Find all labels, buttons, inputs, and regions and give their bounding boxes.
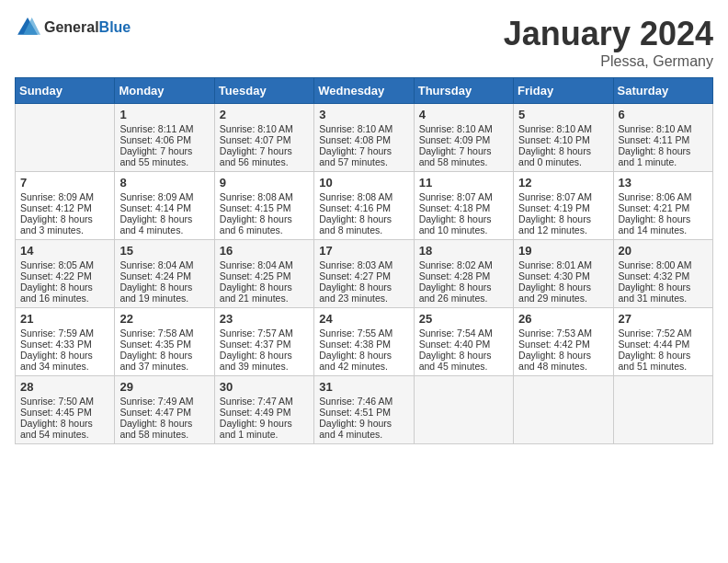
day-info-line: Sunrise: 8:01 AM: [518, 259, 608, 270]
calendar-cell: [16, 104, 115, 172]
day-info-line: Sunrise: 8:08 AM: [220, 191, 309, 202]
calendar-cell: 31Sunrise: 7:46 AMSunset: 4:51 PMDayligh…: [314, 376, 414, 444]
calendar-cell: 24Sunrise: 7:55 AMSunset: 4:38 PMDayligh…: [314, 308, 414, 376]
day-info-line: Sunrise: 8:09 AM: [119, 191, 209, 202]
day-info-line: Sunset: 4:42 PM: [518, 339, 608, 350]
day-info-line: and 31 minutes.: [619, 293, 708, 304]
day-info-line: and 19 minutes.: [119, 293, 209, 304]
day-info-line: Daylight: 8 hours: [319, 282, 408, 293]
day-info-line: and 51 minutes.: [619, 361, 708, 372]
day-info-line: Sunset: 4:49 PM: [220, 407, 309, 418]
day-info-line: Daylight: 8 hours: [419, 350, 508, 361]
day-info-line: Sunrise: 7:59 AM: [20, 327, 109, 339]
day-info-line: Sunset: 4:47 PM: [119, 407, 209, 418]
day-number: 31: [319, 380, 408, 394]
calendar-table: SundayMondayTuesdayWednesdayThursdayFrid…: [15, 77, 713, 444]
day-info-line: Sunset: 4:45 PM: [20, 407, 109, 418]
day-info-line: Sunrise: 7:49 AM: [119, 396, 209, 407]
day-info-line: Sunrise: 8:10 AM: [419, 123, 508, 134]
day-number: 27: [619, 312, 708, 326]
location-title: Plessa, Germany: [504, 53, 713, 70]
day-info-line: Daylight: 8 hours: [518, 282, 608, 293]
calendar-cell: 16Sunrise: 8:04 AMSunset: 4:25 PMDayligh…: [214, 240, 313, 308]
day-info-line: Daylight: 8 hours: [518, 350, 608, 361]
day-info-line: and 8 minutes.: [319, 224, 408, 236]
calendar-cell: 9Sunrise: 8:08 AMSunset: 4:15 PMDaylight…: [214, 172, 313, 240]
day-info-line: Sunset: 4:16 PM: [319, 202, 408, 213]
day-info-line: Sunrise: 7:54 AM: [419, 327, 508, 339]
day-info-line: Daylight: 8 hours: [619, 350, 708, 361]
day-info-line: Sunset: 4:38 PM: [319, 339, 408, 350]
calendar-cell: 13Sunrise: 8:06 AMSunset: 4:21 PMDayligh…: [613, 172, 712, 240]
calendar-cell: 6Sunrise: 8:10 AMSunset: 4:11 PMDaylight…: [613, 104, 712, 172]
day-info-line: Sunrise: 8:07 AM: [419, 191, 508, 202]
day-info-line: Daylight: 8 hours: [20, 282, 109, 293]
day-number: 22: [119, 312, 209, 326]
logo-text-general: General: [44, 19, 99, 35]
day-number: 26: [518, 312, 608, 326]
day-info-line: Daylight: 8 hours: [419, 213, 508, 224]
day-info-line: Sunset: 4:08 PM: [319, 134, 408, 145]
day-info-line: and 56 minutes.: [220, 156, 309, 167]
day-info-line: Sunrise: 7:46 AM: [319, 396, 408, 407]
day-info-line: Sunset: 4:22 PM: [20, 270, 109, 282]
logo-text-blue: Blue: [99, 19, 131, 35]
day-info-line: Daylight: 9 hours: [220, 418, 309, 429]
day-info-line: Sunrise: 7:57 AM: [220, 327, 309, 339]
day-info-line: Sunrise: 8:04 AM: [220, 259, 309, 270]
day-info-line: and 21 minutes.: [220, 293, 309, 304]
day-info-line: Daylight: 7 hours: [119, 145, 209, 156]
week-row-4: 28Sunrise: 7:50 AMSunset: 4:45 PMDayligh…: [16, 376, 713, 444]
week-row-3: 21Sunrise: 7:59 AMSunset: 4:33 PMDayligh…: [16, 308, 713, 376]
calendar-cell: 20Sunrise: 8:00 AMSunset: 4:32 PMDayligh…: [613, 240, 712, 308]
calendar-cell: [414, 376, 513, 444]
day-info-line: Sunset: 4:07 PM: [220, 134, 309, 145]
day-info-line: and 0 minutes.: [518, 156, 608, 167]
day-info-line: Sunrise: 8:07 AM: [518, 191, 608, 202]
day-info-line: and 16 minutes.: [20, 293, 109, 304]
day-info-line: Sunset: 4:44 PM: [619, 339, 708, 350]
header: GeneralBlue January 2024 Plessa, Germany: [15, 15, 713, 70]
day-info-line: and 26 minutes.: [419, 293, 508, 304]
day-info-line: Sunrise: 8:04 AM: [119, 259, 209, 270]
day-info-line: Daylight: 8 hours: [220, 213, 309, 224]
day-info-line: Sunset: 4:06 PM: [119, 134, 209, 145]
day-info-line: Sunset: 4:28 PM: [419, 270, 508, 282]
day-number: 30: [220, 380, 309, 394]
calendar-cell: 17Sunrise: 8:03 AMSunset: 4:27 PMDayligh…: [314, 240, 414, 308]
day-info-line: Sunrise: 8:10 AM: [518, 123, 608, 134]
day-info-line: Sunrise: 8:06 AM: [619, 191, 708, 202]
day-info-line: Daylight: 7 hours: [419, 145, 508, 156]
calendar-cell: 7Sunrise: 8:09 AMSunset: 4:12 PMDaylight…: [16, 172, 115, 240]
day-info-line: Sunset: 4:24 PM: [119, 270, 209, 282]
day-info-line: and 45 minutes.: [419, 361, 508, 372]
day-header-sunday: Sunday: [16, 78, 115, 104]
day-info-line: Daylight: 8 hours: [419, 282, 508, 293]
day-info-line: Sunset: 4:35 PM: [119, 339, 209, 350]
day-info-line: Daylight: 8 hours: [220, 282, 309, 293]
calendar-cell: 25Sunrise: 7:54 AMSunset: 4:40 PMDayligh…: [414, 308, 513, 376]
day-info-line: Sunset: 4:10 PM: [518, 134, 608, 145]
day-number: 20: [619, 244, 708, 258]
day-info-line: Daylight: 8 hours: [119, 350, 209, 361]
month-title: January 2024: [504, 15, 713, 53]
calendar-cell: 18Sunrise: 8:02 AMSunset: 4:28 PMDayligh…: [414, 240, 513, 308]
day-info-line: Sunrise: 8:00 AM: [619, 259, 708, 270]
calendar-header-row: SundayMondayTuesdayWednesdayThursdayFrid…: [16, 78, 713, 104]
day-info-line: Sunset: 4:32 PM: [619, 270, 708, 282]
day-info-line: and 58 minutes.: [119, 429, 209, 440]
day-info-line: Daylight: 8 hours: [119, 418, 209, 429]
day-info-line: Daylight: 8 hours: [220, 350, 309, 361]
calendar-cell: 27Sunrise: 7:52 AMSunset: 4:44 PMDayligh…: [613, 308, 712, 376]
day-info-line: Sunrise: 8:10 AM: [319, 123, 408, 134]
day-info-line: Sunrise: 8:05 AM: [20, 259, 109, 270]
day-info-line: Daylight: 8 hours: [518, 145, 608, 156]
day-number: 6: [619, 108, 708, 121]
day-info-line: Sunrise: 8:10 AM: [220, 123, 309, 134]
day-number: 11: [419, 176, 508, 190]
day-info-line: and 29 minutes.: [518, 293, 608, 304]
calendar-cell: [613, 376, 712, 444]
day-number: 21: [20, 312, 109, 326]
day-info-line: Sunrise: 8:03 AM: [319, 259, 408, 270]
day-info-line: Sunset: 4:37 PM: [220, 339, 309, 350]
